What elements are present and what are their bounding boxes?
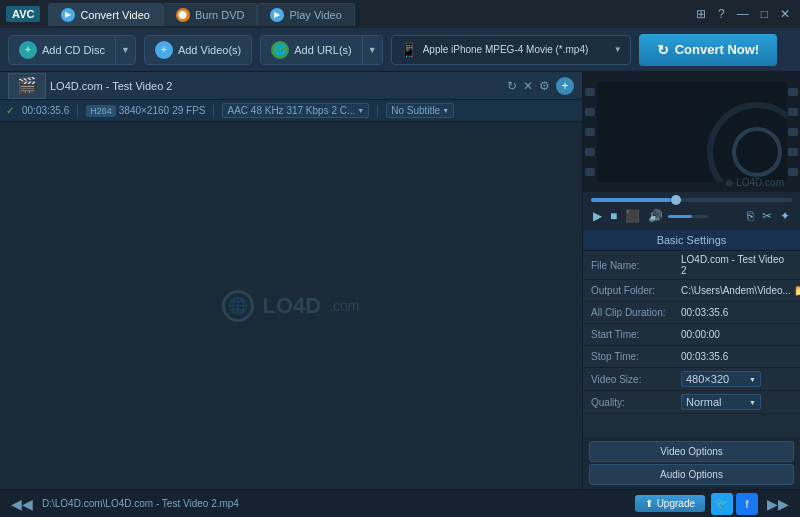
add-cd-group: + Add CD Disc ▼ <box>8 35 136 65</box>
add-url-label: Add URL(s) <box>294 44 351 56</box>
settings-file-icon[interactable]: ⚙ <box>539 79 550 93</box>
duration-value: 00:03:35.6 <box>22 105 69 116</box>
status-path: D:\LO4D.com\LO4D.com - Test Video 2.mp4 <box>42 498 629 509</box>
add-url-icon: 🌐 <box>271 41 289 59</box>
close-button[interactable]: ✕ <box>776 6 794 22</box>
check-icon: ✓ <box>6 105 14 116</box>
left-panel: 🎬 LO4D.com - Test Video 2 ↻ ✕ ⚙ + ✓ 00:0… <box>0 72 582 489</box>
tab-convert-video[interactable]: ▶ Convert Video <box>48 3 163 26</box>
film-hole <box>788 108 798 116</box>
film-hole <box>788 148 798 156</box>
remove-file-icon[interactable]: ✕ <box>523 79 533 93</box>
nav-forward-button[interactable]: ▶▶ <box>764 495 792 513</box>
add-url-group: 🌐 Add URL(s) ▼ <box>260 35 382 65</box>
setting-filename: File Name: LO4D.com - Test Video 2 <box>583 251 800 280</box>
film-reel-inner <box>732 127 782 177</box>
film-hole <box>585 88 595 96</box>
start-time-label: Start Time: <box>591 329 681 340</box>
format-text: Apple iPhone MPEG-4 Movie (*.mp4) <box>423 44 608 55</box>
controls-row: ▶ ■ ⬛ 🔊 ⎘ ✂ ✦ <box>591 208 792 224</box>
subtitle-dropdown[interactable]: No Subtitle ▼ <box>386 103 454 118</box>
maximize-button[interactable]: □ <box>757 6 772 22</box>
volume-track[interactable] <box>668 215 708 218</box>
add-video-button[interactable]: + Add Video(s) <box>145 36 251 64</box>
player-controls: ▶ ■ ⬛ 🔊 ⎘ ✂ ✦ <box>583 192 800 230</box>
screenshot-button[interactable]: ⬛ <box>623 208 642 224</box>
film-hole <box>585 108 595 116</box>
copy-button[interactable]: ⎘ <box>745 208 756 224</box>
brand-text: LO4D <box>262 293 321 319</box>
setting-output-folder: Output Folder: C:\Users\Andem\Video... 📁 <box>583 280 800 302</box>
play-button[interactable]: ▶ <box>591 208 604 224</box>
start-time-value: 00:00:00 <box>681 329 792 340</box>
volume-icon[interactable]: 🔊 <box>646 208 665 224</box>
audio-value: AAC 48 KHz 317 Kbps 2 C... <box>227 105 355 116</box>
codec-badge: H264 <box>86 105 116 117</box>
settings-icon[interactable]: ⊞ <box>692 6 710 22</box>
add-url-arrow[interactable]: ▼ <box>362 36 382 64</box>
play-tab-icon: ▶ <box>270 8 284 22</box>
facebook-icon[interactable]: f <box>736 493 758 515</box>
sync-icon[interactable]: ↻ <box>507 79 517 93</box>
video-options-button[interactable]: Video Options <box>589 441 794 462</box>
quality-dropdown[interactable]: Normal ▼ <box>681 394 761 410</box>
convert-now-button[interactable]: ↻ Convert Now! <box>639 34 778 66</box>
audio-options-button[interactable]: Audio Options <box>589 464 794 485</box>
output-folder-text: C:\Users\Andem\Video... <box>681 285 791 296</box>
file-info-bar: ✓ 00:03:35.6 H264 3840×2160 29 FPS AAC 4… <box>0 100 582 122</box>
tab-burn-label: Burn DVD <box>195 9 245 21</box>
video-size-arrow: ▼ <box>749 376 756 383</box>
film-hole <box>585 148 595 156</box>
filename-label: File Name: <box>591 260 681 271</box>
content-area: 🌐 LO4D .com <box>0 122 582 489</box>
subtitle-arrow-icon: ▼ <box>442 107 449 114</box>
output-folder-label: Output Folder: <box>591 285 681 296</box>
add-cd-icon: + <box>19 41 37 59</box>
setting-video-size: Video Size: 480×320 ▼ <box>583 368 800 391</box>
effect-button[interactable]: ✦ <box>778 208 792 224</box>
progress-thumb[interactable] <box>671 195 681 205</box>
setting-start-time: Start Time: 00:00:00 <box>583 324 800 346</box>
setting-stop-time: Stop Time: 00:03:35.6 <box>583 346 800 368</box>
lo4d-watermark: 🌐 LO4D .com <box>222 290 359 322</box>
resolution-value: 3840×2160 <box>119 105 169 116</box>
subtitle-value: No Subtitle <box>391 105 440 116</box>
add-cd-label: Add CD Disc <box>42 44 105 56</box>
tab-play-label: Play Video <box>289 9 341 21</box>
add-video-group: + Add Video(s) <box>144 35 252 65</box>
right-panel: ⊕ LO4D.com ▶ ■ ⬛ 🔊 ⎘ ✂ <box>582 72 800 489</box>
audio-dropdown[interactable]: AAC 48 KHz 317 Kbps 2 C... ▼ <box>222 103 369 118</box>
upgrade-icon: ⬆ <box>645 498 653 509</box>
stop-time-value: 00:03:35.6 <box>681 351 792 362</box>
tab-burn-dvd[interactable]: ⬤ Burn DVD <box>163 3 258 26</box>
twitter-icon[interactable]: 🐦 <box>711 493 733 515</box>
upgrade-label: Upgrade <box>657 498 695 509</box>
help-icon[interactable]: ? <box>714 6 729 22</box>
option-buttons: Video Options Audio Options <box>583 437 800 489</box>
browse-folder-icon[interactable]: 📁 <box>794 284 800 297</box>
file-name: LO4D.com - Test Video 2 <box>50 80 503 92</box>
format-icon: 📱 <box>400 42 417 58</box>
video-size-value: 480×320 <box>686 373 729 385</box>
add-cd-button[interactable]: + Add CD Disc <box>9 36 115 64</box>
minimize-button[interactable]: — <box>733 6 753 22</box>
globe-icon: 🌐 <box>222 290 254 322</box>
add-cd-arrow[interactable]: ▼ <box>115 36 135 64</box>
file-actions: ↻ ✕ ⚙ + <box>507 77 574 95</box>
stop-button[interactable]: ■ <box>608 208 619 224</box>
upgrade-button[interactable]: ⬆ Upgrade <box>635 495 705 512</box>
sep2 <box>213 105 214 117</box>
format-selector[interactable]: 📱 Apple iPhone MPEG-4 Movie (*.mp4) ▼ <box>391 35 631 65</box>
clip-duration-label: All Clip Duration: <box>591 307 681 318</box>
add-url-button[interactable]: 🌐 Add URL(s) <box>261 36 361 64</box>
clip-duration-value: 00:03:35.6 <box>681 307 792 318</box>
video-size-dropdown[interactable]: 480×320 ▼ <box>681 371 761 387</box>
cut-button[interactable]: ✂ <box>760 208 774 224</box>
social-icons: 🐦 f <box>711 493 758 515</box>
format-arrow-icon: ▼ <box>614 45 622 54</box>
add-file-button[interactable]: + <box>556 77 574 95</box>
progress-bar[interactable] <box>591 198 792 202</box>
quality-value: Normal <box>686 396 721 408</box>
nav-back-button[interactable]: ◀◀ <box>8 495 36 513</box>
tab-play-video[interactable]: ▶ Play Video <box>257 3 354 26</box>
